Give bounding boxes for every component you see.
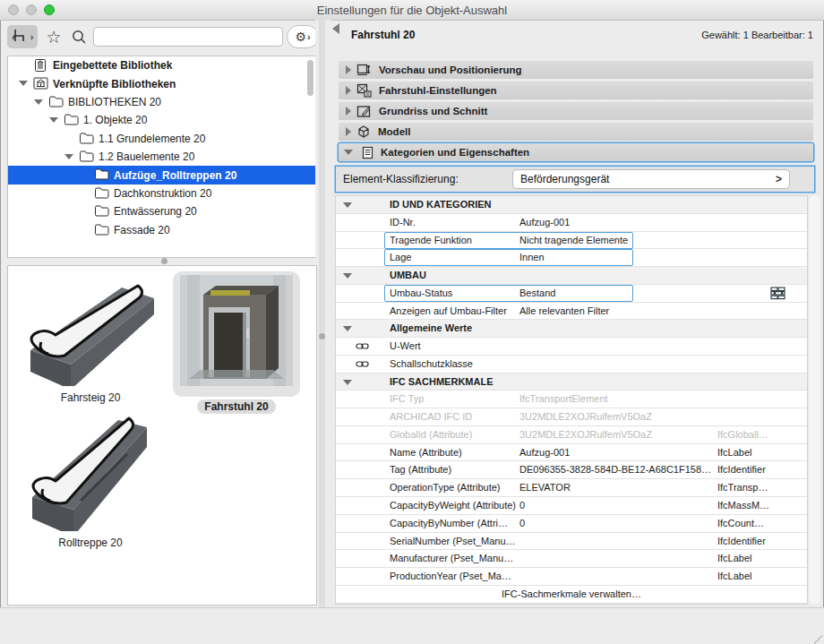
- thumbnail-fahrsteig[interactable]: Fahrsteig 20: [19, 271, 162, 404]
- element-classification-row: Element-Klassifizierung: Beförderungsger…: [336, 167, 814, 192]
- table-group-ifc-sachmerkmale[interactable]: IFC SACHMERKMALE: [336, 374, 807, 391]
- tree-item-grundelemente-20[interactable]: 1.1 Grundelemente 20: [8, 130, 316, 148]
- favorites-button[interactable]: ☆: [41, 25, 66, 48]
- collapse-panel-arrow-icon[interactable]: [332, 23, 339, 34]
- group-triangle-icon[interactable]: [343, 380, 352, 385]
- tree-item-embedded-library[interactable]: Eingebettete Bibliothek: [8, 56, 316, 74]
- thumbnail-fahrstuhl[interactable]: Fahrstuhl 20: [173, 271, 300, 413]
- table-row-manage-ifc[interactable]: IFC-Sachmerkmale verwalten…: [336, 586, 807, 604]
- property-label: ARCHICAD IFC ID: [390, 411, 472, 422]
- section-modell[interactable]: Modell: [339, 123, 813, 141]
- table-row[interactable]: SerialNumber (Pset_Manu… IfcIdentifier: [336, 533, 807, 551]
- tree-item-bibliotheken-20[interactable]: BIBLIOTHEKEN 20: [8, 93, 316, 111]
- table-row[interactable]: CapacityByNumber (Attri… 0 IfcCount…: [336, 515, 807, 533]
- table-row[interactable]: U-Wert: [336, 338, 807, 356]
- property-label: Tragende Funktion: [390, 235, 472, 245]
- rolltreppe-preview-image: [19, 415, 162, 533]
- table-row[interactable]: Tag (Attribute) DE096355-3828-584D-BE12-…: [336, 461, 807, 479]
- table-row: GlobalId (Attribute) 3U2MDLE2XOJRulfemV5…: [336, 426, 807, 444]
- tree-item-bauelemente-20[interactable]: 1.2 Bauelemente 20: [8, 148, 316, 166]
- section-vorschau-positionierung[interactable]: Vorschau und Positionierung: [339, 61, 813, 79]
- splitter-handle[interactable]: [319, 333, 325, 339]
- group-triangle-icon[interactable]: [343, 326, 352, 331]
- property-value[interactable]: Alle relevanten Filter: [519, 305, 609, 316]
- property-label: ID-Nr.: [390, 217, 416, 228]
- tree-item-label: 1.1 Grundelemente 20: [99, 133, 205, 145]
- property-value: 3U2MDLE2XOJRulfemV5OaZ: [519, 411, 652, 422]
- object-tool-chevron: ›: [30, 31, 34, 42]
- thumbnail-rolltreppe[interactable]: Rolltreppe 20: [19, 415, 162, 549]
- property-label: Schallschutzklasse: [390, 358, 473, 369]
- table-row[interactable]: Anzeigen auf Umbau-Filter Alle relevante…: [336, 303, 807, 321]
- collapse-triangle-icon[interactable]: [64, 154, 73, 159]
- property-value[interactable]: Bestand: [519, 288, 555, 298]
- properties-scrollbar[interactable]: [810, 195, 820, 605]
- table-row[interactable]: ID-Nr. Aufzug-001: [336, 214, 807, 232]
- table-row[interactable]: ProductionYear (Pset_Ma… IfcLabel: [336, 568, 807, 586]
- manage-ifc-link[interactable]: IFC-Sachmerkmale verwalten…: [336, 588, 807, 599]
- thumbnail-label: Rolltreppe 20: [19, 537, 162, 549]
- vertical-splitter[interactable]: [315, 20, 331, 607]
- property-label: Lage: [390, 252, 411, 262]
- table-group-id-kategorien[interactable]: ID UND KATEGORIEN: [336, 196, 807, 214]
- table-row[interactable]: Manufacturer (Pset_Manu… IfcLabel: [336, 550, 807, 568]
- table-row[interactable]: CapacityByWeight (Attribute) 0 IfcMassM…: [336, 497, 807, 515]
- property-type: IfcLabel: [717, 571, 752, 581]
- property-label: OperationType (Attribute): [390, 482, 501, 493]
- section-fahrstuhl-einstellungen[interactable]: Fahrstuhl-Einstellungen: [339, 82, 813, 99]
- search-button[interactable]: [68, 25, 90, 48]
- table-row[interactable]: Name (Attribute) Aufzug-001 IfcLabel: [336, 444, 807, 462]
- splitter-track: [319, 20, 325, 607]
- tree-scrollbar[interactable]: [307, 60, 313, 96]
- tree-item-fassade-20[interactable]: Fassade 20: [8, 221, 316, 239]
- section-label: Vorschau und Positionierung: [379, 64, 522, 75]
- renovation-brick-icon[interactable]: [770, 287, 785, 302]
- folder-icon: [64, 113, 79, 128]
- splitter-handle[interactable]: [161, 258, 167, 264]
- table-row[interactable]: Schallschutzklasse: [336, 356, 807, 374]
- section-grundriss-schnitt[interactable]: Grundriss und Schnitt: [339, 102, 813, 120]
- property-value[interactable]: 0: [519, 500, 525, 511]
- tree-item-aufzuege-rolltreppen-20[interactable]: Aufzüge_Rolltreppen 20: [8, 166, 316, 184]
- property-label: U-Wert: [390, 340, 421, 351]
- horizontal-splitter[interactable]: [7, 258, 317, 265]
- table-row[interactable]: OperationType (Attribute) ELEVATOR IfcTr…: [336, 479, 807, 497]
- table-row[interactable]: Lage Innen: [336, 249, 807, 267]
- section-label: Grundriss und Schnitt: [379, 106, 487, 116]
- search-input[interactable]: [93, 27, 283, 47]
- group-label: Allgemeine Werte: [390, 322, 472, 333]
- property-value[interactable]: Innen: [519, 252, 545, 262]
- property-value[interactable]: Aufzug-001: [519, 447, 570, 458]
- collapse-triangle-icon[interactable]: [49, 117, 58, 123]
- table-group-umbau[interactable]: UMBAU: [336, 267, 807, 285]
- table-row[interactable]: Umbau-Status Bestand: [336, 285, 807, 303]
- property-type: IfcIdentifier: [717, 464, 766, 475]
- tree-item-entwaesserung-20[interactable]: Entwässerung 20: [8, 202, 316, 220]
- settings-menu-button[interactable]: ⚙ ›: [287, 25, 319, 48]
- tree-item-label: Entwässerung 20: [114, 205, 197, 218]
- table-group-allgemeine-werte[interactable]: Allgemeine Werte: [336, 320, 807, 338]
- folder-icon: [79, 150, 94, 165]
- group-triangle-icon[interactable]: [343, 202, 352, 208]
- property-value[interactable]: ELEVATOR: [519, 482, 571, 493]
- tree-item-label: 1. Objekte 20: [83, 114, 147, 126]
- tree-item-dachkonstruktion-20[interactable]: Dachkonstruktion 20: [8, 185, 316, 202]
- property-value[interactable]: Aufzug-001: [519, 217, 570, 228]
- collapse-triangle-icon[interactable]: [19, 81, 28, 86]
- tree-item-linked-libraries[interactable]: Verknüpfte Bibliotheken: [8, 74, 316, 92]
- plan-section-icon: [356, 105, 372, 118]
- tree-item-objekte-20[interactable]: 1. Objekte 20: [8, 111, 316, 129]
- property-value[interactable]: DE096355-3828-584D-BE12-A68C1F158…: [519, 464, 711, 475]
- title-bar[interactable]: Einstellungen für die Objekt-Auswahl: [0, 0, 824, 21]
- property-value[interactable]: 0: [519, 518, 525, 528]
- preview-position-icon: [356, 64, 372, 77]
- collapse-triangle-icon[interactable]: [34, 99, 43, 105]
- group-triangle-icon[interactable]: [343, 273, 352, 279]
- window-resize-grip[interactable]: [814, 635, 823, 644]
- property-value[interactable]: Nicht tragende Elemente: [519, 235, 628, 245]
- classification-dropdown[interactable]: Beförderungsgerät >: [512, 169, 790, 189]
- property-label: IFC Typ: [390, 393, 424, 404]
- table-row[interactable]: Tragende Funktion Nicht tragende Element…: [336, 232, 807, 250]
- object-tool-button[interactable]: ›: [7, 25, 38, 48]
- section-kategorien-eigenschaften[interactable]: Kategorien und Eigenschaften: [339, 143, 813, 161]
